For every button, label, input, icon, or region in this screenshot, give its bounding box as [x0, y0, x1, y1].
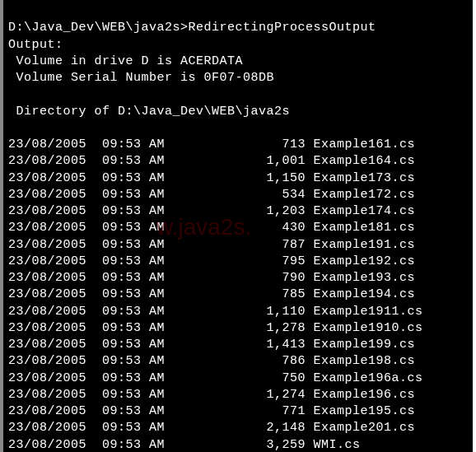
file-row: 23/08/2005 09:53 AM 771 Example195.cs	[8, 403, 468, 420]
directory-info: Directory of D:\Java_Dev\WEB\java2s	[8, 104, 468, 120]
file-row: 23/08/2005 09:53 AM 1,203 Example174.cs	[8, 203, 468, 220]
file-row: 23/08/2005 09:53 AM 750 Example196a.cs	[8, 370, 468, 387]
prompt-path: D:\Java_Dev\WEB\java2s>	[8, 21, 189, 35]
file-row: 23/08/2005 09:53 AM 790 Example193.cs	[8, 270, 468, 287]
file-row: 23/08/2005 09:53 AM 1,413 Example199.cs	[8, 337, 468, 353]
output-header: Output:	[8, 37, 468, 54]
blank-line	[8, 86, 468, 103]
blank-line	[8, 120, 468, 137]
command-prompt-line: D:\Java_Dev\WEB\java2s>RedirectingProces…	[8, 20, 468, 36]
file-row: 23/08/2005 09:53 AM 534 Example172.cs	[8, 187, 468, 203]
file-row: 23/08/2005 09:53 AM 430 Example181.cs	[8, 220, 468, 236]
file-row: 23/08/2005 09:53 AM 1,001 Example164.cs	[8, 153, 468, 170]
file-row: 23/08/2005 09:53 AM 1,278 Example1910.cs	[8, 320, 468, 337]
serial-info: Volume Serial Number is 0F07-08DB	[8, 70, 468, 86]
file-row: 23/08/2005 09:53 AM 3,259 WMI.cs	[8, 437, 468, 453]
file-row: 23/08/2005 09:53 AM 1,150 Example173.cs	[8, 170, 468, 187]
file-row: 23/08/2005 09:53 AM 1,110 Example1911.cs	[8, 304, 468, 320]
file-row: 23/08/2005 09:53 AM 713 Example161.cs	[8, 137, 468, 153]
file-row: 23/08/2005 09:53 AM 1,274 Example196.cs	[8, 387, 468, 403]
command-text: RedirectingProcessOutput	[189, 21, 376, 35]
terminal-output: D:\Java_Dev\WEB\java2s>RedirectingProces…	[0, 0, 473, 452]
file-row: 23/08/2005 09:53 AM 787 Example191.cs	[8, 237, 468, 254]
file-row: 23/08/2005 09:53 AM 2,148 Example201.cs	[8, 420, 468, 436]
file-row: 23/08/2005 09:53 AM 795 Example192.cs	[8, 254, 468, 270]
file-row: 23/08/2005 09:53 AM 786 Example198.cs	[8, 353, 468, 370]
file-listing: 23/08/2005 09:53 AM 713 Example161.cs23/…	[8, 137, 468, 452]
volume-info: Volume in drive D is ACERDATA	[8, 54, 468, 70]
file-row: 23/08/2005 09:53 AM 785 Example194.cs	[8, 287, 468, 303]
